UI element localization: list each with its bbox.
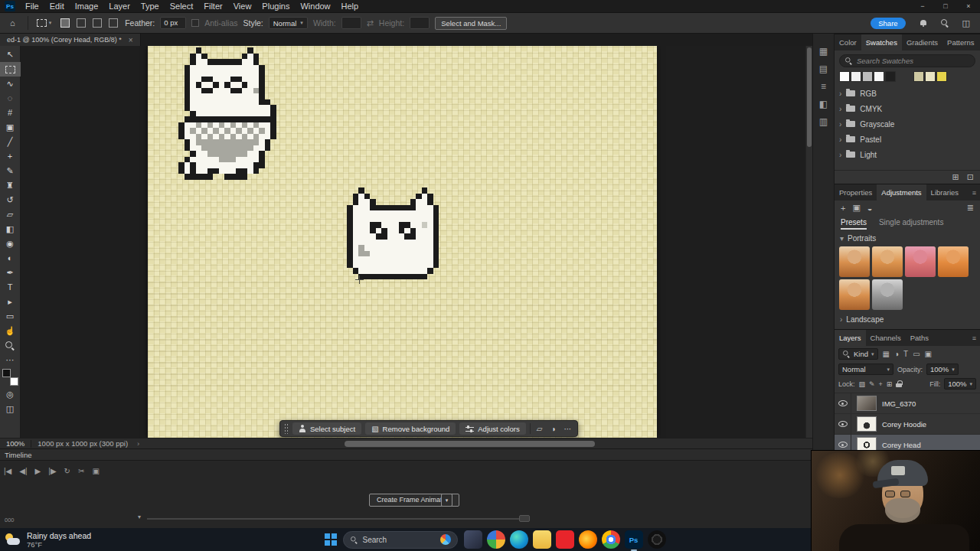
drag-handle[interactable]	[284, 423, 289, 434]
swatches-search-input[interactable]: Search Swatches	[839, 54, 975, 67]
timeline-scrollbar[interactable]	[147, 518, 519, 520]
portrait-preset-4[interactable]	[938, 246, 969, 277]
tool-spot-healing[interactable]: +	[0, 149, 21, 164]
workspace-switcher-icon[interactable]: ◫	[962, 18, 970, 28]
add-adjustment-icon[interactable]: +	[841, 204, 845, 213]
document-canvas[interactable]	[148, 46, 657, 438]
collapsed-panel-1-icon[interactable]: ▦	[819, 46, 828, 57]
split-button[interactable]: ✂	[78, 467, 84, 475]
tool-crop[interactable]: #	[0, 106, 21, 120]
contrast-icon[interactable]: ◑	[548, 425, 557, 433]
swatch-group-grayscale[interactable]: ›Grayscale	[835, 116, 980, 132]
swatch-1[interactable]	[839, 71, 850, 82]
transform-icon[interactable]: ▱	[534, 425, 545, 433]
adjustment-square-icon[interactable]: ▣	[852, 203, 860, 213]
visibility-toggle[interactable]	[835, 414, 851, 434]
visibility-toggle[interactable]	[835, 393, 851, 413]
tool-edit-toolbar[interactable]: ⋯	[0, 353, 21, 367]
tab-swatches[interactable]: Swatches	[861, 34, 902, 51]
foreground-color-swatch[interactable]	[2, 369, 11, 377]
add-selection-mode[interactable]	[77, 18, 86, 28]
status-chevron-icon[interactable]: ›	[134, 439, 142, 448]
swatch-2[interactable]	[851, 71, 861, 82]
menu-help[interactable]: Help	[336, 2, 364, 11]
tool-history-brush[interactable]: ↺	[0, 193, 21, 207]
blend-mode-select[interactable]: Normal▾	[838, 364, 893, 375]
tab-libraries[interactable]: Libraries	[926, 184, 963, 201]
menu-layer[interactable]: Layer	[103, 2, 136, 11]
zoom-level[interactable]: 100%	[0, 439, 31, 448]
taskbar-edge-icon[interactable]	[510, 530, 528, 549]
taskbar-photoshop-icon[interactable]: Ps	[625, 530, 643, 549]
tab-patterns[interactable]: Patterns	[942, 34, 978, 51]
menu-file[interactable]: File	[20, 2, 44, 11]
tab-layers[interactable]: Layers	[835, 330, 866, 346]
tab-adjustments[interactable]: Adjustments	[877, 184, 926, 201]
lock-all-icon[interactable]	[896, 380, 902, 388]
adjust-colors-button[interactable]: Adjust colors	[459, 422, 525, 435]
swatch-group-rgb[interactable]: ›RGB	[835, 86, 980, 101]
tool-frame[interactable]: ▣	[0, 120, 21, 135]
lock-artboard-icon[interactable]: ⊞	[887, 380, 893, 388]
tool-type[interactable]: T	[0, 280, 21, 295]
select-subject-button[interactable]: Select subject	[292, 422, 361, 435]
swatch-3[interactable]	[862, 71, 873, 82]
tab-gradients[interactable]: Gradients	[902, 34, 942, 51]
close-button[interactable]: ×	[957, 0, 980, 12]
animation-type-dropdown[interactable]: ▾	[441, 494, 452, 507]
collapsed-panel-3-icon[interactable]: ≡	[821, 81, 826, 92]
weather-widget[interactable]: Rainy days ahead76°F	[5, 531, 91, 549]
portrait-preset-3[interactable]	[905, 246, 936, 277]
start-button[interactable]	[325, 533, 337, 546]
first-frame-button[interactable]: |◀	[4, 467, 11, 475]
new-swatch-icon[interactable]: ⊡	[967, 172, 974, 182]
menu-type[interactable]: Type	[136, 2, 165, 11]
style-select[interactable]: Normal▾	[269, 17, 308, 29]
landscape-section-header[interactable]: ›Landscape	[835, 312, 980, 325]
panel-menu-icon[interactable]: ≡	[969, 189, 980, 197]
taskbar-photos-icon[interactable]	[487, 530, 505, 549]
feather-input[interactable]: 0 px	[160, 17, 186, 29]
tab-properties[interactable]: Properties	[835, 184, 877, 201]
tool-eraser[interactable]: ▱	[0, 207, 21, 222]
tool-gradient[interactable]: ◧	[0, 222, 21, 236]
fill-input[interactable]: 100%▾	[944, 378, 976, 390]
tool-screen-mode[interactable]: ◫	[0, 402, 21, 416]
new-selection-mode[interactable]	[60, 18, 70, 28]
recent-swatch-1[interactable]	[913, 71, 924, 82]
list-view-icon[interactable]: ≣	[967, 203, 974, 213]
timeline-zoom-handle[interactable]	[519, 515, 530, 522]
search-icon[interactable]	[941, 19, 949, 28]
portrait-preset-1[interactable]	[839, 246, 870, 277]
menu-edit[interactable]: Edit	[44, 2, 70, 11]
recent-swatch-3[interactable]	[936, 71, 947, 82]
tool-brush[interactable]: ✎	[0, 164, 21, 178]
tool-rectangular-marquee[interactable]	[0, 62, 21, 77]
swatch-5[interactable]	[885, 71, 896, 82]
maximize-button[interactable]: □	[934, 0, 957, 12]
tool-object-selection[interactable]: ◌	[0, 91, 21, 106]
next-frame-button[interactable]: |▶	[48, 467, 56, 475]
new-group-icon[interactable]: ⊞	[952, 172, 959, 182]
minimize-button[interactable]: −	[911, 0, 934, 12]
subtract-selection-mode[interactable]	[93, 18, 102, 28]
taskbar-streamlabs-icon[interactable]	[648, 530, 666, 549]
vertical-scrollbar-thumb[interactable]	[807, 47, 812, 147]
lock-position-icon[interactable]: +	[879, 380, 883, 388]
layer-row-corey-hoodie[interactable]: Corey Hoodie	[835, 414, 980, 435]
filter-pixel-icon[interactable]: ▦	[883, 350, 890, 358]
previous-frame-button[interactable]: ◀|	[19, 467, 27, 475]
home-icon[interactable]: ⌂	[10, 18, 15, 28]
more-options-icon[interactable]: ⋯	[561, 425, 573, 433]
tool-hand[interactable]: ☝	[0, 324, 21, 338]
tool-move[interactable]: ↖	[0, 47, 21, 62]
single-adjustments-tab[interactable]: Single adjustments	[879, 218, 944, 230]
collapsed-panel-2-icon[interactable]: ▤	[819, 64, 828, 74]
menu-view[interactable]: View	[228, 2, 257, 11]
lock-pixels-icon[interactable]: ✎	[869, 380, 875, 388]
menu-image[interactable]: Image	[70, 2, 104, 11]
tool-preset[interactable]: ▾	[37, 19, 52, 27]
tool-clone-stamp[interactable]: ♜	[0, 178, 21, 193]
tool-path-selection[interactable]: ▸	[0, 295, 21, 309]
filter-kind-select[interactable]: Kind▾	[838, 348, 878, 360]
